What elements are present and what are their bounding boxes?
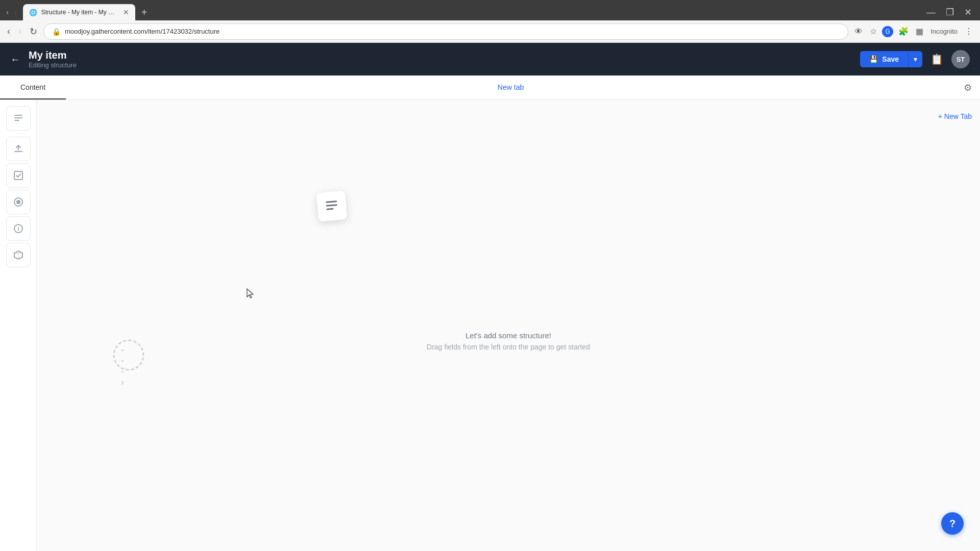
preview-icon: 📋 <box>930 54 943 65</box>
drag-arrow: - - - › <box>121 345 126 388</box>
left-sidebar <box>0 100 37 551</box>
forward-nav-btn[interactable]: › <box>16 24 23 39</box>
header-actions: 💾 Save ▾ 📋 ST <box>860 50 970 68</box>
tab-group: ‹ › 🌐 Structure - My item - My webs ✕ + <box>4 4 920 20</box>
back-nav-btn[interactable]: ‹ <box>5 24 12 39</box>
save-icon: 💾 <box>869 55 878 63</box>
tab-content-label: Content <box>20 83 45 91</box>
lock-icon: 🔒 <box>52 28 61 36</box>
minimize-btn[interactable]: — <box>922 5 940 20</box>
svg-rect-1 <box>14 117 22 118</box>
save-dropdown-btn[interactable]: ▾ <box>908 51 922 67</box>
radio-icon <box>13 196 24 208</box>
tab-forward-btn[interactable]: › <box>12 6 18 19</box>
address-bar[interactable]: 🔒 moodjoy.gathercontent.com/item/1742303… <box>43 23 848 40</box>
header-title-group: My item Editing structure <box>29 49 852 69</box>
tab-favicon: 🌐 <box>29 9 37 16</box>
save-label: Save <box>882 55 899 63</box>
svg-rect-8 <box>18 228 19 231</box>
sidebar-radio-btn[interactable] <box>6 190 31 214</box>
browser-chrome: ‹ › 🌐 Structure - My item - My webs ✕ + … <box>0 0 980 43</box>
tab-new[interactable]: New tab <box>477 76 544 99</box>
window-controls: — ❐ ✕ <box>922 5 976 20</box>
checkbox-icon <box>13 170 24 181</box>
browser-toolbar: ‹ › ↻ 🔒 moodjoy.gathercontent.com/item/1… <box>0 20 980 43</box>
toolbar-icons: 👁 ☆ G 🧩 ▦ Incognito ⋮ <box>852 24 975 38</box>
help-button[interactable]: ? <box>941 512 964 535</box>
empty-title: Let's add some structure! <box>427 331 590 340</box>
back-button[interactable]: ← <box>10 54 20 65</box>
svg-rect-9 <box>18 227 19 228</box>
page-subtitle: Editing structure <box>29 61 852 69</box>
svg-rect-12 <box>326 208 333 210</box>
sidebar-box-btn[interactable] <box>6 243 31 267</box>
main-content: + New Tab - - - › Let's add some structu… <box>0 100 980 551</box>
preview-btn[interactable]: 📋 <box>928 51 945 67</box>
sidebar-toggle-icon[interactable]: ▦ <box>914 24 925 38</box>
save-button[interactable]: 💾 Save <box>860 51 908 67</box>
sidebar-text-btn[interactable] <box>6 106 31 131</box>
empty-subtitle: Drag fields from the left onto the page … <box>427 343 590 351</box>
svg-rect-11 <box>326 204 337 207</box>
sidebar-checkbox-btn[interactable] <box>6 163 31 188</box>
tab-bar: Content New tab ⚙ <box>0 76 980 100</box>
upload-icon <box>13 143 24 155</box>
address-text: moodjoy.gathercontent.com/item/17423032/… <box>65 28 840 35</box>
reload-btn[interactable]: ↻ <box>28 24 39 39</box>
save-btn-group: 💾 Save ▾ <box>860 51 922 67</box>
star-icon[interactable]: ☆ <box>868 24 879 38</box>
empty-state: Let's add some structure! Drag fields fr… <box>427 331 590 351</box>
empty-text: Let's add some structure! Drag fields fr… <box>427 331 590 351</box>
info-icon <box>13 223 24 234</box>
page-title: My item <box>29 49 852 61</box>
more-icon[interactable]: ⋮ <box>963 24 975 38</box>
drop-area: + New Tab - - - › Let's add some structu… <box>37 100 980 551</box>
incognito-icon[interactable]: Incognito <box>928 26 960 37</box>
sidebar-upload-btn[interactable] <box>6 137 31 161</box>
new-tab-floating-btn[interactable]: + New Tab <box>938 112 972 120</box>
svg-rect-2 <box>14 120 19 121</box>
app-header: ← My item Editing structure 💾 Save ▾ 📋 S… <box>0 43 980 76</box>
browser-tab-bar: ‹ › 🌐 Structure - My item - My webs ✕ + … <box>0 0 980 20</box>
floating-card <box>316 191 348 222</box>
svg-rect-10 <box>326 201 337 203</box>
tab-settings-icon[interactable]: ⚙ <box>955 82 980 93</box>
close-btn[interactable]: ✕ <box>960 5 976 20</box>
close-tab-icon[interactable]: ✕ <box>123 9 129 16</box>
tab-back-btn[interactable]: ‹ <box>4 6 11 19</box>
eye-slash-icon[interactable]: 👁 <box>852 25 865 38</box>
drag-circle <box>113 340 144 370</box>
extensions-icon[interactable]: 🧩 <box>896 24 911 38</box>
tab-title: Structure - My item - My webs <box>41 9 119 16</box>
profile-icon[interactable]: G <box>882 26 893 37</box>
tab-content[interactable]: Content <box>0 76 66 99</box>
box-icon <box>13 249 24 261</box>
text-icon <box>13 113 24 124</box>
sidebar-info-btn[interactable] <box>6 216 31 241</box>
cursor <box>246 288 256 300</box>
maximize-btn[interactable]: ❐ <box>942 5 958 20</box>
svg-point-6 <box>16 200 20 204</box>
svg-rect-3 <box>14 151 22 152</box>
svg-rect-0 <box>14 115 22 116</box>
avatar[interactable]: ST <box>951 50 970 68</box>
browser-tab-active[interactable]: 🌐 Structure - My item - My webs ✕ <box>23 4 135 20</box>
new-browser-tab-btn[interactable]: + <box>137 6 152 19</box>
svg-rect-4 <box>14 171 22 180</box>
tab-new-label: New tab <box>498 83 524 91</box>
